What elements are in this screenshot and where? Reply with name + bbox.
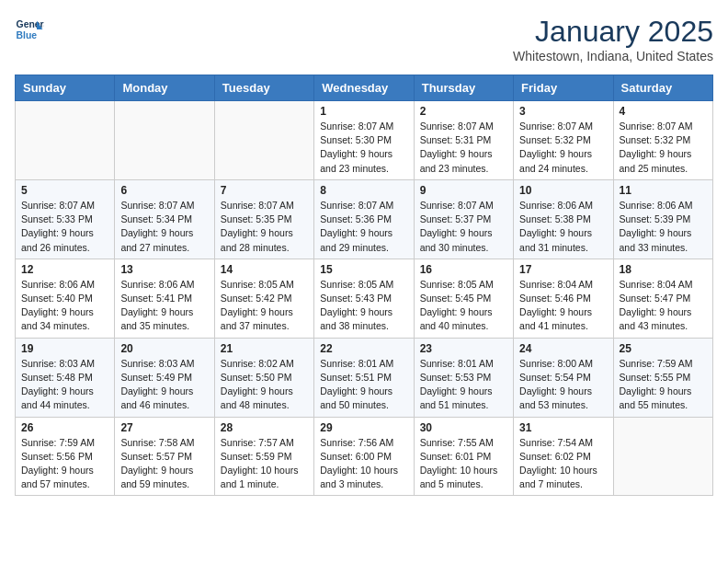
day-number: 5 xyxy=(21,184,108,197)
day-info: Sunrise: 8:07 AM Sunset: 5:35 PM Dayligh… xyxy=(221,199,308,255)
day-number: 12 xyxy=(21,263,108,276)
day-info: Sunrise: 7:57 AM Sunset: 5:59 PM Dayligh… xyxy=(221,436,308,492)
calendar-cell: 8Sunrise: 8:07 AM Sunset: 5:36 PM Daylig… xyxy=(314,179,414,259)
calendar-table: SundayMondayTuesdayWednesdayThursdayFrid… xyxy=(15,75,713,496)
calendar-cell: 20Sunrise: 8:03 AM Sunset: 5:49 PM Dayli… xyxy=(115,338,214,417)
day-info: Sunrise: 8:06 AM Sunset: 5:38 PM Dayligh… xyxy=(519,199,607,255)
calendar-header-saturday: Saturday xyxy=(613,75,712,101)
day-info: Sunrise: 8:06 AM Sunset: 5:41 PM Dayligh… xyxy=(120,278,208,334)
day-info: Sunrise: 7:56 AM Sunset: 6:00 PM Dayligh… xyxy=(320,436,407,492)
calendar-cell: 19Sunrise: 8:03 AM Sunset: 5:48 PM Dayli… xyxy=(16,338,115,417)
day-number: 23 xyxy=(420,342,507,355)
calendar-week-row: 5Sunrise: 8:07 AM Sunset: 5:33 PM Daylig… xyxy=(16,179,713,259)
day-number: 16 xyxy=(420,263,507,276)
calendar-cell: 29Sunrise: 7:56 AM Sunset: 6:00 PM Dayli… xyxy=(314,417,414,496)
calendar-cell: 25Sunrise: 7:59 AM Sunset: 5:55 PM Dayli… xyxy=(613,338,712,417)
calendar-week-row: 12Sunrise: 8:06 AM Sunset: 5:40 PM Dayli… xyxy=(16,259,713,338)
day-number: 29 xyxy=(320,421,407,434)
day-number: 9 xyxy=(420,184,507,197)
svg-text:Blue: Blue xyxy=(17,30,38,40)
day-number: 7 xyxy=(221,184,308,197)
day-info: Sunrise: 8:00 AM Sunset: 5:54 PM Dayligh… xyxy=(519,357,607,413)
day-info: Sunrise: 8:03 AM Sunset: 5:49 PM Dayligh… xyxy=(120,357,208,413)
day-number: 22 xyxy=(320,342,407,355)
day-info: Sunrise: 7:58 AM Sunset: 5:57 PM Dayligh… xyxy=(120,436,208,492)
calendar-cell xyxy=(16,101,115,180)
calendar-cell xyxy=(214,101,313,180)
calendar-cell: 10Sunrise: 8:06 AM Sunset: 5:38 PM Dayli… xyxy=(514,179,613,259)
calendar-header-tuesday: Tuesday xyxy=(214,75,313,101)
calendar-header-sunday: Sunday xyxy=(16,75,115,101)
day-info: Sunrise: 7:59 AM Sunset: 5:56 PM Dayligh… xyxy=(21,436,108,492)
day-number: 17 xyxy=(519,263,607,276)
day-info: Sunrise: 8:07 AM Sunset: 5:37 PM Dayligh… xyxy=(420,199,507,255)
day-number: 19 xyxy=(21,342,108,355)
day-info: Sunrise: 8:04 AM Sunset: 5:46 PM Dayligh… xyxy=(519,278,607,334)
day-number: 31 xyxy=(519,421,607,434)
calendar-cell: 5Sunrise: 8:07 AM Sunset: 5:33 PM Daylig… xyxy=(16,179,115,259)
month-year-title: January 2025 xyxy=(513,15,713,49)
calendar-cell: 18Sunrise: 8:04 AM Sunset: 5:47 PM Dayli… xyxy=(613,259,712,338)
calendar-cell: 15Sunrise: 8:05 AM Sunset: 5:43 PM Dayli… xyxy=(314,259,414,338)
page-header: General Blue January 2025 Whitestown, In… xyxy=(15,15,713,63)
calendar-cell: 31Sunrise: 7:54 AM Sunset: 6:02 PM Dayli… xyxy=(514,417,613,496)
day-info: Sunrise: 8:05 AM Sunset: 5:45 PM Dayligh… xyxy=(420,278,507,334)
day-number: 28 xyxy=(221,421,308,434)
calendar-cell: 7Sunrise: 8:07 AM Sunset: 5:35 PM Daylig… xyxy=(214,179,313,259)
day-number: 4 xyxy=(620,105,707,118)
day-number: 1 xyxy=(320,105,407,118)
day-info: Sunrise: 8:04 AM Sunset: 5:47 PM Dayligh… xyxy=(620,278,707,334)
calendar-cell: 11Sunrise: 8:06 AM Sunset: 5:39 PM Dayli… xyxy=(613,179,712,259)
calendar-cell: 14Sunrise: 8:05 AM Sunset: 5:42 PM Dayli… xyxy=(214,259,313,338)
day-info: Sunrise: 8:03 AM Sunset: 5:48 PM Dayligh… xyxy=(21,357,108,413)
day-number: 24 xyxy=(519,342,607,355)
day-info: Sunrise: 7:55 AM Sunset: 6:01 PM Dayligh… xyxy=(420,436,507,492)
calendar-week-row: 19Sunrise: 8:03 AM Sunset: 5:48 PM Dayli… xyxy=(16,338,713,417)
day-info: Sunrise: 8:01 AM Sunset: 5:53 PM Dayligh… xyxy=(420,357,507,413)
day-number: 21 xyxy=(221,342,308,355)
day-info: Sunrise: 8:06 AM Sunset: 5:39 PM Dayligh… xyxy=(620,199,707,255)
calendar-cell: 30Sunrise: 7:55 AM Sunset: 6:01 PM Dayli… xyxy=(414,417,513,496)
day-info: Sunrise: 8:05 AM Sunset: 5:42 PM Dayligh… xyxy=(221,278,308,334)
day-info: Sunrise: 8:07 AM Sunset: 5:32 PM Dayligh… xyxy=(519,120,607,176)
calendar-cell: 1Sunrise: 8:07 AM Sunset: 5:30 PM Daylig… xyxy=(314,101,414,180)
calendar-cell: 22Sunrise: 8:01 AM Sunset: 5:51 PM Dayli… xyxy=(314,338,414,417)
day-info: Sunrise: 8:05 AM Sunset: 5:43 PM Dayligh… xyxy=(320,278,407,334)
calendar-cell xyxy=(613,417,712,496)
calendar-cell: 12Sunrise: 8:06 AM Sunset: 5:40 PM Dayli… xyxy=(16,259,115,338)
day-info: Sunrise: 8:01 AM Sunset: 5:51 PM Dayligh… xyxy=(320,357,407,413)
calendar-cell: 21Sunrise: 8:02 AM Sunset: 5:50 PM Dayli… xyxy=(214,338,313,417)
calendar-week-row: 1Sunrise: 8:07 AM Sunset: 5:30 PM Daylig… xyxy=(16,101,713,180)
day-info: Sunrise: 7:54 AM Sunset: 6:02 PM Dayligh… xyxy=(519,436,607,492)
calendar-cell: 17Sunrise: 8:04 AM Sunset: 5:46 PM Dayli… xyxy=(514,259,613,338)
day-info: Sunrise: 7:59 AM Sunset: 5:55 PM Dayligh… xyxy=(620,357,707,413)
day-info: Sunrise: 8:07 AM Sunset: 5:34 PM Dayligh… xyxy=(120,199,208,255)
day-number: 20 xyxy=(120,342,208,355)
calendar-cell: 9Sunrise: 8:07 AM Sunset: 5:37 PM Daylig… xyxy=(414,179,513,259)
day-info: Sunrise: 8:07 AM Sunset: 5:31 PM Dayligh… xyxy=(420,120,507,176)
day-number: 13 xyxy=(120,263,208,276)
day-number: 30 xyxy=(420,421,507,434)
logo: General Blue xyxy=(15,15,44,44)
calendar-header-monday: Monday xyxy=(115,75,214,101)
day-number: 15 xyxy=(320,263,407,276)
calendar-cell: 24Sunrise: 8:00 AM Sunset: 5:54 PM Dayli… xyxy=(514,338,613,417)
calendar-cell: 26Sunrise: 7:59 AM Sunset: 5:56 PM Dayli… xyxy=(16,417,115,496)
day-number: 2 xyxy=(420,105,507,118)
calendar-cell: 27Sunrise: 7:58 AM Sunset: 5:57 PM Dayli… xyxy=(115,417,214,496)
day-number: 8 xyxy=(320,184,407,197)
day-number: 26 xyxy=(21,421,108,434)
calendar-cell: 16Sunrise: 8:05 AM Sunset: 5:45 PM Dayli… xyxy=(414,259,513,338)
calendar-cell: 23Sunrise: 8:01 AM Sunset: 5:53 PM Dayli… xyxy=(414,338,513,417)
day-info: Sunrise: 8:02 AM Sunset: 5:50 PM Dayligh… xyxy=(221,357,308,413)
calendar-cell: 28Sunrise: 7:57 AM Sunset: 5:59 PM Dayli… xyxy=(214,417,313,496)
calendar-cell xyxy=(115,101,214,180)
location-subtitle: Whitestown, Indiana, United States xyxy=(513,49,713,63)
day-info: Sunrise: 8:07 AM Sunset: 5:32 PM Dayligh… xyxy=(620,120,707,176)
day-number: 27 xyxy=(120,421,208,434)
day-number: 10 xyxy=(519,184,607,197)
title-block: January 2025 Whitestown, Indiana, United… xyxy=(513,15,713,63)
day-number: 14 xyxy=(221,263,308,276)
day-number: 3 xyxy=(519,105,607,118)
day-number: 6 xyxy=(120,184,208,197)
